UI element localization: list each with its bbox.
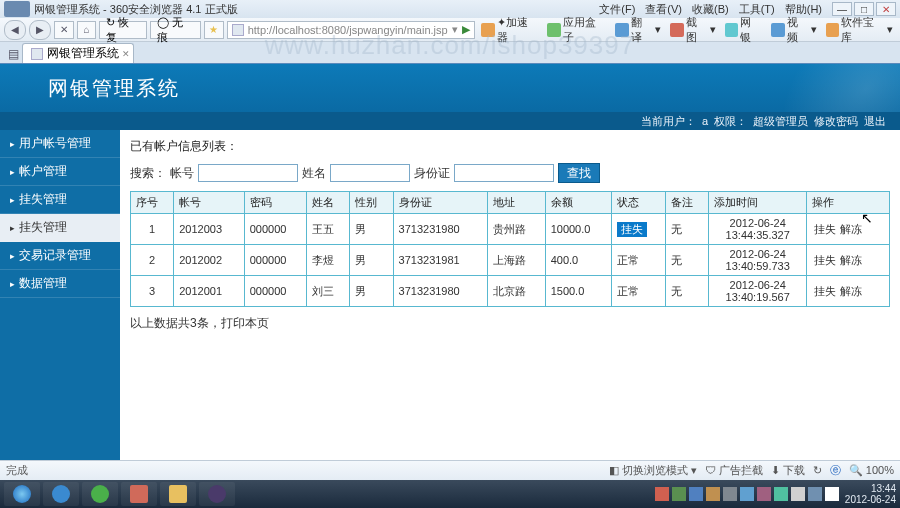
search-prefix: 搜索： [130,165,166,182]
cell: 3713231981 [393,245,488,276]
tray-icon[interactable] [808,487,822,501]
cell: 李煜 [307,245,350,276]
column-header: 地址 [488,192,546,214]
column-header: 性别 [350,192,393,214]
incognito-button[interactable]: ◯ 无痕 [150,21,201,39]
id-input[interactable] [454,164,554,182]
role-label: 权限： [714,114,747,129]
cell: 无 [665,276,708,307]
zoom-label[interactable]: 🔍 100% [849,464,894,477]
tray-icon[interactable] [689,487,703,501]
go-button[interactable]: ▶ [462,23,470,36]
appbox-button[interactable]: 应用盒子 [544,15,609,45]
cell: 王五 [307,214,350,245]
stop-button[interactable]: ✕ [54,21,74,39]
avatar-icon [4,1,30,17]
sidebar: 用户帐号管理帐户管理挂失管理挂失管理交易记录管理数据管理 [0,130,120,463]
acct-input[interactable] [198,164,298,182]
app-title: 网银管理系统 [48,75,180,102]
cell: 2012002 [174,245,244,276]
task-eclipse[interactable] [199,482,235,506]
cell: 贵州路 [488,214,546,245]
tray-icon[interactable] [774,487,788,501]
tab-close-icon[interactable]: ✕ [122,49,130,59]
adblock-button[interactable]: 🛡 广告拦截 [705,463,763,478]
table-row: 22012002000000李煜男3713231981上海路400.0正常无20… [131,245,890,276]
search-button[interactable]: 查找 [558,163,600,183]
name-input[interactable] [330,164,410,182]
tray-flag-icon[interactable] [825,487,839,501]
cell: 1500.0 [545,276,611,307]
video-button[interactable]: 视频▾ [768,15,820,45]
refresh-button[interactable]: ↻ 恢复 [99,21,147,39]
tray-icon[interactable] [740,487,754,501]
tray-icon[interactable] [655,487,669,501]
sidebar-item[interactable]: 交易记录管理 [0,242,120,270]
role-name: 超级管理员 [753,114,808,129]
ie-icon[interactable]: ⓔ [830,463,841,478]
software-button[interactable]: 软件宝库▾ [823,15,896,45]
mode-switch[interactable]: ◧ 切换浏览模式 ▾ [609,463,697,478]
home-button[interactable]: ⌂ [77,21,97,39]
url-text: http://localhost:8080/jspwangyin/main.js… [248,24,448,36]
tab-list-icon[interactable]: ▤ [4,45,22,63]
cell: 2012001 [174,276,244,307]
op-unfreeze-link[interactable]: 解冻 [840,254,862,266]
sidebar-item[interactable]: 数据管理 [0,270,120,298]
forward-button[interactable]: ▶ [29,20,51,40]
info-title: 已有帐户信息列表： [130,138,890,155]
bank-button[interactable]: 网银 [722,15,766,45]
task-explorer[interactable] [160,482,196,506]
tray-icon[interactable] [757,487,771,501]
status-cell: 挂失 [612,214,666,245]
op-lost-link[interactable]: 挂失 [814,223,836,235]
cell: 000000 [244,214,306,245]
time-cell: 2012-06-2413:44:35.327 [708,214,806,245]
content-area: 已有帐户信息列表： 搜索： 帐号 姓名 身份证 查找 序号帐号密码姓名性别身份证… [120,130,900,463]
op-unfreeze-link[interactable]: 解冻 [840,223,862,235]
refresh-status[interactable]: ↻ [813,464,822,477]
fav-star-icon[interactable]: ★ [204,21,224,39]
download-button[interactable]: ⬇ 下载 [771,463,805,478]
column-header: 余额 [545,192,611,214]
translate-button[interactable]: 翻译▾ [612,15,664,45]
logout-link[interactable]: 退出 [864,114,886,129]
op-lost-link[interactable]: 挂失 [814,254,836,266]
clock[interactable]: 13:44 2012-06-24 [845,483,896,505]
dropdown-icon[interactable]: ▾ [452,23,458,36]
cell: 无 [665,245,708,276]
column-header: 姓名 [307,192,350,214]
tray-icon[interactable] [791,487,805,501]
tab-active[interactable]: 网银管理系统 ✕ [22,43,134,63]
search-row: 搜索： 帐号 姓名 身份证 查找 [130,163,890,183]
data-table: 序号帐号密码姓名性别身份证地址余额状态备注添加时间操作 120120030000… [130,191,890,307]
cell: 无 [665,214,708,245]
table-row: 12012003000000王五男3713231980贵州路10000.0挂失无… [131,214,890,245]
change-password-link[interactable]: 修改密码 [814,114,858,129]
sidebar-item[interactable]: 挂失管理 [0,186,120,214]
sidebar-item[interactable]: 用户帐号管理 [0,130,120,158]
sidebar-item[interactable]: 挂失管理 [0,214,120,242]
cell: 2012003 [174,214,244,245]
url-bar[interactable]: http://localhost:8080/jspwangyin/main.js… [227,21,475,39]
tray-icon[interactable] [723,487,737,501]
tray-icon[interactable] [672,487,686,501]
video-icon [771,23,785,37]
tray-icon[interactable] [706,487,720,501]
ops-cell: 挂失解冻 [807,276,890,307]
op-lost-link[interactable]: 挂失 [814,285,836,297]
task-ie[interactable] [43,482,79,506]
sidebar-item[interactable]: 帐户管理 [0,158,120,186]
box-icon [547,23,561,37]
cell: 3713231980 [393,276,488,307]
start-button[interactable] [4,482,40,506]
time-cell: 2012-06-2413:40:19.567 [708,276,806,307]
accelerator-button[interactable]: ✦加速器 [478,15,541,45]
task-app1[interactable] [121,482,157,506]
screenshot-button[interactable]: 截图▾ [667,15,719,45]
op-unfreeze-link[interactable]: 解冻 [840,285,862,297]
back-button[interactable]: ◀ [4,20,26,40]
task-360[interactable] [82,482,118,506]
software-icon [826,23,840,37]
tab-favicon [31,48,43,60]
